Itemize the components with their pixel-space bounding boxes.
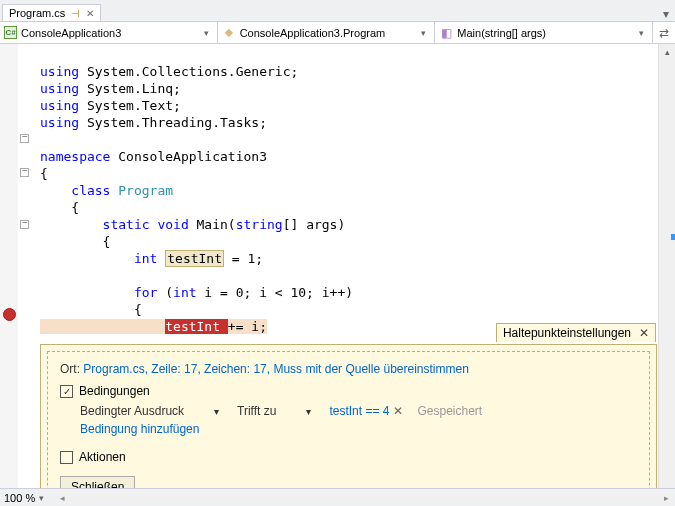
pin-icon[interactable]: ⊣ [71, 8, 80, 19]
horizontal-scrollbar[interactable]: ◂ ▸ [58, 491, 671, 505]
tab-program-cs[interactable]: Program.cs ⊣ ✕ [2, 4, 101, 21]
nav-method-label: Main(string[] args) [457, 27, 546, 39]
scroll-up-icon[interactable]: ▴ [659, 44, 675, 61]
split-icon: ⇄ [659, 26, 669, 40]
condition-hit-dropdown[interactable]: Trifft zu [237, 404, 311, 418]
panel-title-tab: Haltepunkteinstellungen ✕ [496, 323, 656, 342]
nav-project-dropdown[interactable]: C# ConsoleApplication3 ▾ [0, 22, 218, 43]
fold-toggle[interactable] [20, 168, 29, 177]
fold-toggle[interactable] [20, 134, 29, 143]
saved-label: Gespeichert [417, 404, 482, 418]
actions-label: Aktionen [79, 450, 126, 464]
fold-toggle[interactable] [20, 220, 29, 229]
breakpoint-marker[interactable] [3, 308, 16, 321]
csharp-icon: C# [4, 26, 17, 39]
nav-class-dropdown[interactable]: ⯁ ConsoleApplication3.Program ▾ [218, 22, 436, 43]
close-panel-icon[interactable]: ✕ [639, 326, 649, 340]
remove-condition-icon[interactable]: ✕ [393, 404, 403, 418]
add-condition-link[interactable]: Bedingung hinzufügen [80, 422, 637, 436]
condition-expression[interactable]: testInt == 4 [329, 404, 389, 418]
nav-project-label: ConsoleApplication3 [21, 27, 121, 39]
split-view-button[interactable]: ⇄ [653, 22, 675, 43]
chevron-down-icon: ▾ [639, 28, 648, 38]
class-icon: ⯁ [222, 26, 236, 40]
zoom-dropdown-icon[interactable]: ▾ [39, 493, 44, 503]
method-icon: ◧ [439, 26, 453, 40]
breakpoint-location: Ort: Program.cs, Zeile: 17, Zeichen: 17,… [60, 362, 637, 376]
tab-bar: Program.cs ⊣ ✕ ▾ [0, 0, 675, 22]
chevron-down-icon: ▾ [421, 28, 430, 38]
nav-class-label: ConsoleApplication3.Program [240, 27, 386, 39]
nav-bar: C# ConsoleApplication3 ▾ ⯁ ConsoleApplic… [0, 22, 675, 44]
scroll-left-icon[interactable]: ◂ [60, 493, 65, 503]
location-link[interactable]: Program.cs, Zeile: 17, Zeichen: 17, Muss… [83, 362, 469, 376]
conditions-label: Bedingungen [79, 384, 150, 398]
code-content: using System.Collections.Generic; using … [40, 44, 657, 352]
chevron-down-icon: ▾ [204, 28, 213, 38]
close-tab-icon[interactable]: ✕ [86, 8, 94, 19]
panel-title: Haltepunkteinstellungen [503, 326, 631, 340]
zoom-level[interactable]: 100 % [4, 492, 35, 504]
tab-label: Program.cs [9, 7, 65, 19]
breakpoint-gutter[interactable] [0, 44, 18, 488]
nav-method-dropdown[interactable]: ◧ Main(string[] args) ▾ [435, 22, 653, 43]
breakpoint-line: testInt += i; [40, 319, 267, 334]
scroll-marker [671, 234, 675, 240]
tab-overflow-button[interactable]: ▾ [657, 7, 675, 21]
breakpoint-settings-panel: Haltepunkteinstellungen ✕ Ort: Program.c… [40, 344, 657, 506]
condition-type-dropdown[interactable]: Bedingter Ausdruck [80, 404, 219, 418]
code-editor[interactable]: using System.Collections.Generic; using … [0, 44, 675, 488]
actions-checkbox[interactable] [60, 451, 73, 464]
conditions-checkbox[interactable]: ✓ [60, 385, 73, 398]
scroll-right-icon[interactable]: ▸ [664, 493, 669, 503]
status-bar: 100 % ▾ ◂ ▸ [0, 488, 675, 506]
fold-gutter[interactable] [18, 44, 34, 488]
vertical-scrollbar[interactable]: ▴ [658, 44, 675, 488]
